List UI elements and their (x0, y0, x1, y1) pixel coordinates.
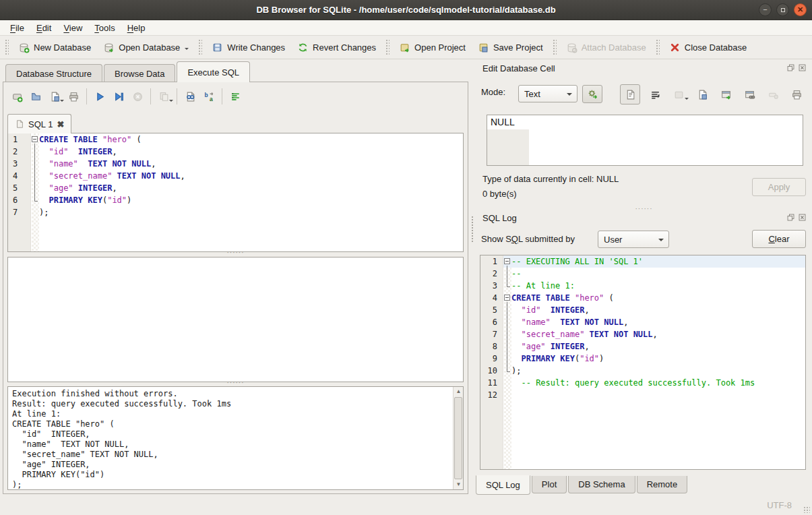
open-database-icon (103, 42, 115, 53)
fold-marker[interactable] (503, 255, 511, 268)
dock-splitter-handle[interactable]: ······ (635, 205, 653, 212)
write-changes-icon (212, 42, 223, 53)
edit-cell-dock-title: Edit Database Cell (482, 63, 555, 73)
code-line: 10); (480, 365, 805, 377)
chevron-down-icon[interactable] (185, 48, 189, 52)
code-text: PRIMARY KEY("id") (511, 353, 805, 365)
open-in-external-button[interactable] (717, 86, 735, 103)
toolbar-grip[interactable] (656, 39, 660, 55)
close-dock-icon[interactable] (798, 63, 807, 72)
fold-marker[interactable] (31, 133, 39, 146)
toolbar-grip[interactable] (198, 39, 202, 55)
word-wrap-button[interactable] (646, 86, 664, 103)
bottom-tab-remote[interactable]: Remote (637, 476, 688, 493)
print-sql-button[interactable] (64, 87, 83, 106)
float-dock-icon[interactable] (786, 63, 795, 72)
menu-file[interactable]: File (4, 22, 30, 34)
scrollbar-thumb[interactable] (454, 397, 462, 479)
replace-in-sql-button[interactable]: ba (199, 87, 218, 106)
save-project-icon (478, 42, 489, 53)
set-null-button[interactable] (764, 86, 782, 103)
tab-execute-sql[interactable]: Execute SQL (177, 61, 250, 82)
save-project-button[interactable]: Save Project (472, 38, 549, 57)
find-in-sql-button[interactable] (181, 87, 199, 106)
menu-edit[interactable]: Edit (30, 22, 57, 34)
bottom-tab-sql-log[interactable]: SQL Log (476, 475, 530, 495)
menu-help[interactable]: Help (121, 22, 152, 34)
bottom-tab-db-schema[interactable]: DB Schema (568, 476, 635, 493)
write-changes-button[interactable]: Write Changes (206, 38, 291, 57)
execution-log[interactable]: Execution finished without errors. Resul… (7, 386, 464, 490)
execute-current-line-button[interactable] (109, 87, 128, 106)
scroll-up-icon[interactable]: ▲ (454, 387, 464, 396)
save-results-button[interactable] (154, 87, 173, 106)
toolbar-button-label: New Database (34, 42, 91, 53)
menu-tools[interactable]: Tools (88, 22, 121, 34)
execution-log-text: Execution finished without errors. Resul… (8, 387, 463, 490)
print-cell-button[interactable] (788, 86, 805, 103)
code-text: "age" INTEGER, (39, 182, 463, 194)
menu-view[interactable]: View (57, 22, 88, 34)
close-database-button[interactable]: Close Database (663, 38, 753, 57)
encoding-indicator: UTF-8 (767, 500, 792, 510)
sql-log-dock-buttons (786, 213, 807, 222)
execute-all-button[interactable] (90, 87, 109, 106)
scroll-down-icon[interactable]: ▼ (454, 480, 464, 489)
format-sql-button[interactable] (226, 87, 245, 106)
execution-log-scrollbar[interactable]: ▲ ▼ (453, 387, 463, 489)
execute-sql-tab-content: ba SQL 1 ✖ 1CREATE TABLE "hero" (2 "id" … (3, 82, 468, 494)
tab-sql-1[interactable]: SQL 1 ✖ (7, 114, 71, 133)
toolbar-grip[interactable] (5, 39, 9, 55)
sql-editor[interactable]: 1CREATE TABLE "hero" (2 "id" INTEGER,3 "… (7, 133, 464, 252)
submitted-by-combobox[interactable]: User (598, 231, 669, 248)
stop-execution-button[interactable] (128, 87, 147, 106)
panel-splitter-handle[interactable] (471, 216, 474, 243)
fold-guide (31, 182, 39, 194)
apply-mode-button[interactable] (582, 85, 602, 103)
export-data-button[interactable] (693, 86, 711, 103)
bottom-tab-plot[interactable]: Plot (532, 476, 567, 493)
tab-database-structure[interactable]: Database Structure (5, 64, 102, 82)
code-line: 1CREATE TABLE "hero" ( (8, 133, 463, 146)
close-button[interactable]: ✕ (794, 3, 807, 16)
line-number: 4 (480, 292, 503, 304)
line-number: 7 (8, 206, 31, 218)
sql-log-editor[interactable]: 1-- EXECUTING ALL IN 'SQL 1'2--3-- At li… (480, 255, 806, 470)
copy-link-button[interactable] (741, 86, 758, 103)
chevron-down-icon[interactable] (169, 100, 173, 104)
fold-marker[interactable] (503, 292, 511, 304)
resize-grip[interactable] (803, 506, 810, 513)
open-project-button[interactable]: Open Project (393, 38, 472, 57)
new-database-button[interactable]: New Database (12, 38, 97, 57)
line-number: 9 (480, 353, 503, 365)
attach-database-icon (566, 42, 577, 53)
import-data-button[interactable] (670, 86, 687, 103)
save-sql-file-button[interactable] (45, 87, 64, 106)
float-dock-icon[interactable] (786, 213, 795, 222)
tab-browse-data[interactable]: Browse Data (104, 64, 175, 82)
close-tab-icon[interactable]: ✖ (57, 119, 64, 129)
results-pane[interactable] (7, 257, 464, 382)
open-sql-file-button[interactable] (26, 87, 45, 106)
attach-database-button[interactable]: Attach Database (560, 38, 652, 57)
title-bar[interactable]: DB Browser for SQLite - /home/user/code/… (0, 0, 812, 20)
close-database-icon (669, 42, 681, 53)
open-database-button[interactable]: Open Database (97, 38, 195, 57)
minimize-button[interactable]: − (759, 3, 772, 16)
cell-content-editor[interactable]: NULL (487, 115, 803, 166)
mode-combobox[interactable]: Text (518, 85, 577, 102)
chevron-down-icon[interactable] (685, 98, 689, 102)
close-dock-icon[interactable] (798, 213, 807, 222)
edit-cell-dock-buttons (786, 63, 807, 72)
text-mode-doc-button[interactable] (620, 84, 640, 104)
maximize-button[interactable] (776, 3, 789, 16)
clear-button[interactable]: Clear (752, 230, 806, 248)
apply-button[interactable]: Apply (752, 178, 806, 196)
toolbar-button-label: Open Database (119, 42, 180, 53)
code-text: ); (511, 365, 805, 377)
revert-changes-button[interactable]: Revert Changes (291, 38, 382, 57)
toolbar-grip[interactable] (385, 39, 389, 55)
toolbar-grip[interactable] (553, 39, 557, 55)
new-sql-tab-button[interactable] (7, 87, 26, 106)
maximize-icon (781, 8, 785, 12)
